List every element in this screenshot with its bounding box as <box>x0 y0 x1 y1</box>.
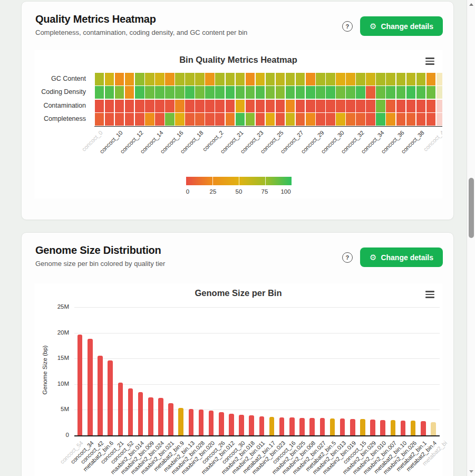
genome-size-bar[interactable] <box>88 339 93 435</box>
heatmap-cell[interactable] <box>226 86 235 99</box>
heatmap-cell[interactable] <box>396 86 406 99</box>
heatmap-cell[interactable] <box>145 113 154 126</box>
heatmap-cell[interactable] <box>386 100 395 112</box>
heatmap-cell[interactable] <box>366 73 375 85</box>
genome-size-bar[interactable] <box>411 421 416 435</box>
heatmap-cell[interactable] <box>256 86 265 99</box>
heatmap-cell[interactable] <box>286 86 295 99</box>
heatmap-cell[interactable] <box>396 113 406 126</box>
heatmap-cell[interactable] <box>286 100 295 112</box>
heatmap-cell[interactable] <box>145 100 154 112</box>
heatmap-cell[interactable] <box>165 73 175 85</box>
heatmap-cell[interactable] <box>185 113 195 126</box>
vertical-scrollbar-thumb[interactable] <box>469 178 474 238</box>
genome-size-bar[interactable] <box>148 397 153 435</box>
heatmap-cell[interactable] <box>356 86 365 99</box>
genome-size-bar[interactable] <box>370 420 375 435</box>
heatmap-cell[interactable] <box>296 73 305 85</box>
genome-size-bar[interactable] <box>168 403 173 435</box>
heatmap-cell[interactable] <box>165 113 175 126</box>
heatmap-cell[interactable] <box>276 100 285 112</box>
heatmap-cell[interactable] <box>316 100 325 112</box>
genome-size-bar[interactable] <box>249 415 254 435</box>
genome-size-bar[interactable] <box>401 421 406 435</box>
heatmap-cell[interactable] <box>205 73 215 85</box>
heatmap-cell[interactable] <box>416 73 426 85</box>
genome-size-bar[interactable] <box>77 335 83 435</box>
genome-size-bar[interactable] <box>299 418 305 435</box>
heatmap-cell[interactable] <box>326 100 335 112</box>
heatmap-cell[interactable] <box>105 100 114 112</box>
heatmap-cell[interactable] <box>105 73 114 85</box>
genome-size-bar[interactable] <box>391 420 396 435</box>
genome-size-bar[interactable] <box>128 388 133 435</box>
heatmap-cell[interactable] <box>205 86 215 99</box>
heatmap-cell[interactable] <box>246 86 255 99</box>
heatmap-cell[interactable] <box>366 86 375 99</box>
heatmap-cell[interactable] <box>376 73 385 85</box>
heatmap-cell[interactable] <box>246 100 255 112</box>
heatmap-cell[interactable] <box>426 113 436 126</box>
heatmap-cell[interactable] <box>306 113 315 126</box>
heatmap-cell[interactable] <box>236 73 245 85</box>
heatmap-cell[interactable] <box>256 113 265 126</box>
heatmap-cell[interactable] <box>386 86 395 99</box>
heatmap-cell[interactable] <box>356 113 365 126</box>
heatmap-cell[interactable] <box>376 100 385 112</box>
genome-size-bar[interactable] <box>340 418 345 435</box>
heatmap-cell[interactable] <box>215 86 225 99</box>
heatmap-cell[interactable] <box>155 86 164 99</box>
genome-size-bar[interactable] <box>108 360 113 435</box>
genome-size-bar[interactable] <box>421 421 426 435</box>
heatmap-cell[interactable] <box>326 113 335 126</box>
scroll-up-icon[interactable] <box>469 3 473 6</box>
heatmap-cell[interactable] <box>215 73 225 85</box>
heatmap-cell[interactable] <box>366 100 375 112</box>
heatmap-cell[interactable] <box>336 113 345 126</box>
heatmap-cell[interactable] <box>386 73 395 85</box>
genome-size-bar[interactable] <box>380 420 385 435</box>
heatmap-cell[interactable] <box>306 86 315 99</box>
genome-size-bar[interactable] <box>209 411 214 435</box>
heatmap-cell[interactable] <box>125 73 134 85</box>
heatmap-cell[interactable] <box>376 86 385 99</box>
heatmap-cell[interactable] <box>155 73 164 85</box>
heatmap-cell[interactable] <box>175 86 185 99</box>
heatmap-cell[interactable] <box>416 100 426 112</box>
heatmap-cell[interactable] <box>406 100 416 112</box>
heatmap-cell[interactable] <box>266 100 275 112</box>
genome-size-bar[interactable] <box>259 416 265 435</box>
heatmap-cell[interactable] <box>115 73 124 85</box>
heatmap-cell[interactable] <box>286 113 295 126</box>
heatmap-cell[interactable] <box>296 100 305 112</box>
heatmap-cell[interactable] <box>356 100 365 112</box>
heatmap-cell[interactable] <box>195 100 205 112</box>
heatmap-cell[interactable] <box>135 100 144 112</box>
heatmap-cell[interactable] <box>165 86 175 99</box>
heatmap-cell[interactable] <box>125 100 134 112</box>
heatmap-cell[interactable] <box>135 86 144 99</box>
heatmap-cell[interactable] <box>115 100 124 112</box>
heatmap-cell[interactable] <box>95 73 104 85</box>
genome-size-bar[interactable] <box>189 409 194 435</box>
heatmap-cell[interactable] <box>426 73 436 85</box>
heatmap-cell[interactable] <box>396 100 406 112</box>
heatmap-cell[interactable] <box>266 86 275 99</box>
heatmap-cell[interactable] <box>346 86 355 99</box>
heatmap-cell[interactable] <box>246 113 255 126</box>
help-icon[interactable]: ? <box>342 252 353 263</box>
heatmap-cell[interactable] <box>115 113 124 126</box>
heatmap-cell[interactable] <box>306 73 315 85</box>
heatmap-cell[interactable] <box>346 113 355 126</box>
genome-size-bar[interactable] <box>178 408 183 435</box>
heatmap-cell[interactable] <box>396 73 406 85</box>
heatmap-cell[interactable] <box>175 113 185 126</box>
change-details-button[interactable]: ⚙ Change details <box>360 16 443 36</box>
heatmap-cell[interactable] <box>356 73 365 85</box>
heatmap-cell[interactable] <box>226 73 235 85</box>
heatmap-cell[interactable] <box>155 100 164 112</box>
heatmap-cell[interactable] <box>195 113 205 126</box>
heatmap-cell[interactable] <box>236 86 245 99</box>
heatmap-cell[interactable] <box>135 73 144 85</box>
heatmap-cell[interactable] <box>125 113 134 126</box>
